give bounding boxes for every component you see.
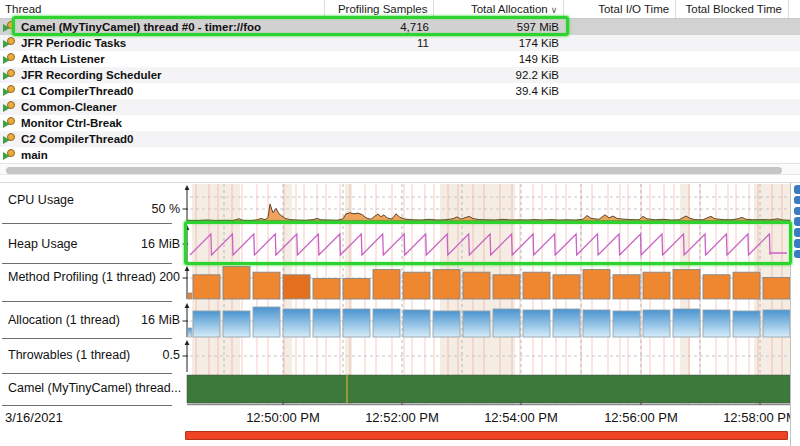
ytick-method: 200 [120,270,180,284]
total-io-time-cell [565,19,677,35]
table-row[interactable]: Attach Listener149 KiB [0,51,800,67]
profiling-samples-cell [325,131,435,147]
profiling-samples-cell [325,83,435,99]
ytick-throwables: 0.5 [120,348,180,362]
profiling-samples-cell [325,115,435,131]
total-allocation-cell: 92.2 KiB [435,67,565,83]
method-profiling-bar [673,270,700,299]
selected-time-range-bar[interactable] [185,431,788,440]
chart-option-button[interactable] [794,207,800,216]
column-header-total-allocation-label: Total Allocation [471,3,548,15]
chart-option-button[interactable] [794,196,800,205]
table-row[interactable]: main [0,147,800,163]
total-blocked-time-cell [677,67,790,83]
table-row[interactable]: Common-Cleaner [0,99,800,115]
thread-name: Common-Cleaner [21,99,117,115]
total-blocked-time-cell [677,131,790,147]
thread-dot-icon [7,149,15,157]
axis-arrowhead-icon [185,340,190,345]
table-row[interactable]: JFR Periodic Tasks11174 KiB [0,35,800,51]
total-io-time-cell [565,131,677,147]
row-label-allocation: Allocation (1 thread) [8,313,120,327]
total-io-time-cell [565,83,677,99]
column-header-total-allocation[interactable]: Total Allocation∨ [434,0,564,18]
allocation-bar [733,311,760,337]
thread-icon [3,21,18,33]
thread-icon [3,117,18,129]
thread-name-cell: Attach Listener [0,51,325,67]
axis-arrowhead-icon [185,266,190,271]
allocation-bar [403,310,430,337]
method-profiling-bar [643,272,670,299]
allocation-bar [283,309,310,337]
chart-option-button[interactable] [794,217,800,226]
method-profiling-bar [188,293,192,299]
timeline-panel: CPU Usage Heap Usage Method Profiling (1… [0,182,800,446]
time-tick-label: 12:56:00 PM [596,410,686,425]
total-io-time-cell [565,51,677,67]
column-header-profiling-samples[interactable]: Profiling Samples [325,0,435,18]
total-io-time-cell [565,67,677,83]
thread-icon [3,53,18,65]
total-allocation-cell: 597 MiB [435,19,565,35]
allocation-bar [673,309,700,337]
thread-table-body: Camel (MyTinyCamel) thread #0 - timer://… [0,19,800,163]
total-blocked-time-cell [677,115,790,131]
allocation-bar [583,310,610,337]
thread-table: Thread Profiling Samples Total Allocatio… [0,0,800,163]
profiling-samples-cell: 4,716 [325,19,435,35]
allocation-bar [253,307,280,337]
allocation-bar [643,310,670,337]
thread-name-cell: JFR Recording Scheduler [0,67,325,83]
thread-icon [3,149,18,161]
profiling-samples-cell [325,99,435,115]
total-io-time-cell [565,115,677,131]
axis-arrowhead-icon [185,225,190,230]
table-row[interactable]: C1 CompilerThread039.4 KiB [0,83,800,99]
method-profiling-bar [703,275,730,299]
table-row[interactable]: JFR Recording Scheduler92.2 KiB [0,67,800,83]
thread-name: Attach Listener [21,51,105,67]
profiling-samples-cell [325,147,435,163]
thread-name-cell: JFR Periodic Tasks [0,35,325,51]
total-io-time-cell [565,99,677,115]
profiling-samples-cell [325,51,435,67]
method-profiling-bar [343,279,370,300]
column-header-thread[interactable]: Thread [0,0,325,18]
chart-option-button[interactable] [794,185,800,194]
method-profiling-bar [523,272,550,299]
axis-arrowhead-icon [185,185,190,190]
profiling-samples-cell [325,67,435,83]
thread-name: Monitor Ctrl-Break [21,115,122,131]
method-profiling-bar [313,279,340,300]
method-profiling-bar [433,270,460,299]
profiler-window: { "table": { "columns": [ {"label": "Thr… [0,0,800,446]
table-row[interactable]: C2 CompilerThread0 [0,131,800,147]
scrollbar-thumb[interactable] [6,167,782,174]
total-io-time-cell [565,35,677,51]
thread-dot-icon [7,37,15,45]
table-horizontal-scrollbar[interactable] [0,163,800,175]
ytick-cpu: 50 % [120,202,180,216]
thread-name: C2 CompilerThread0 [21,131,133,147]
allocation-bar [188,328,192,337]
chart-option-button[interactable] [794,239,800,248]
method-profiling-bar [193,275,220,299]
chart-option-button[interactable] [794,228,800,237]
method-profiling-bar [283,275,310,299]
allocation-bar [193,311,220,337]
thread-name: C1 CompilerThread0 [21,83,133,99]
thread-dot-icon [7,69,15,77]
column-header-total-io-time[interactable]: Total I/O Time [564,0,676,18]
thread-icon [3,101,18,113]
table-row[interactable]: Camel (MyTinyCamel) thread #0 - timer://… [0,19,800,35]
method-profiling-bar [583,270,610,299]
column-header-total-blocked-time[interactable]: Total Blocked Time [676,0,789,18]
table-row[interactable]: Monitor Ctrl-Break [0,115,800,131]
total-blocked-time-cell [677,51,790,67]
total-allocation-cell: 39.4 KiB [435,83,565,99]
right-edge-toolbar [790,183,800,446]
thread-name-cell: Camel (MyTinyCamel) thread #0 - timer://… [0,19,325,35]
thread-lifespan-bar [187,375,790,403]
chart-option-button[interactable] [794,250,800,259]
